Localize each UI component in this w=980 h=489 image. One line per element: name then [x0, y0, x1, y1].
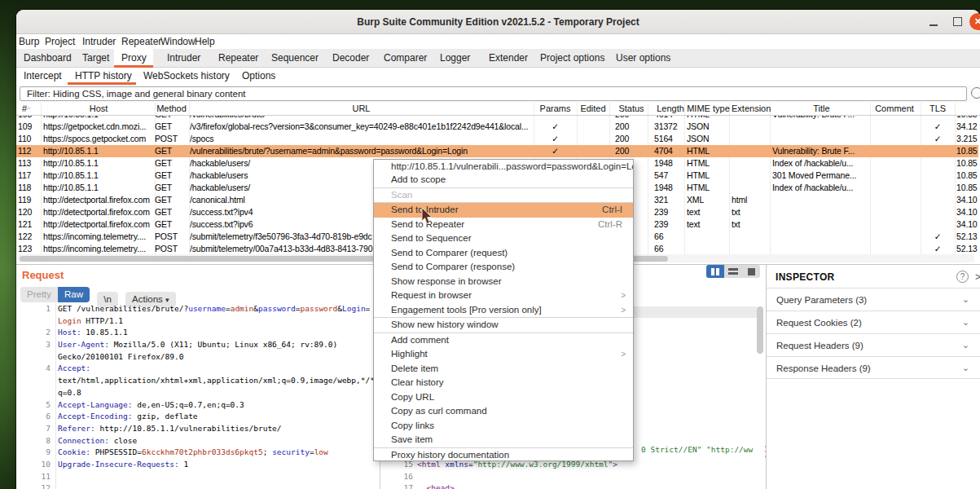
tab-sequencer[interactable]: Sequencer: [271, 49, 319, 68]
cell-host: http://detectportal.firefox.com: [43, 206, 154, 218]
column-header-url[interactable]: URL: [190, 103, 533, 116]
tab-extender[interactable]: Extender: [489, 49, 528, 68]
menu-repeater[interactable]: Repeater: [121, 34, 161, 49]
close-button[interactable]: ✕: [969, 10, 980, 34]
line-number: 5: [16, 399, 51, 412]
column-header-ip[interactable]: [956, 103, 979, 116]
cell-length: 547: [654, 170, 687, 182]
tab-comparer[interactable]: Comparer: [384, 49, 427, 68]
context-menu-item-request-in-browser[interactable]: Request in browser>: [374, 289, 633, 303]
response-scrollbar[interactable]: [757, 306, 763, 354]
history-table-header[interactable]: # ^HostMethodURLParamsEditedStatusLength…: [16, 103, 980, 116]
subtab-websockets-history[interactable]: WebSockets history: [143, 68, 230, 85]
context-menu-item-clear-history[interactable]: Clear history: [374, 376, 633, 390]
inspector-section-request-cookies-2[interactable]: Request Cookies (2)⌄: [767, 311, 980, 333]
cell-method: POST: [155, 243, 188, 253]
response-code-line: <head>: [417, 482, 455, 489]
tab-decoder[interactable]: Decoder: [332, 49, 369, 68]
cell-mime: text: [687, 218, 730, 231]
context-menu-item-copy-url[interactable]: Copy URL: [374, 390, 633, 405]
context-menu-item-highlight[interactable]: Highlight>: [374, 347, 633, 362]
cell-comment: [870, 243, 919, 253]
context-menu-item-delete-item[interactable]: Delete item: [374, 362, 633, 377]
tab-dashboard[interactable]: Dashboard: [24, 49, 72, 68]
code-line: Cookie: PHPSESSID=6kcckhm70t2phbr033ds6p…: [58, 447, 328, 456]
cell-host: https://incoming.telemetry....: [43, 231, 154, 243]
context-menu-item-save-item[interactable]: Save item: [374, 433, 633, 447]
maximize-button[interactable]: [951, 10, 965, 34]
table-row[interactable]: 109https://getpocket.cdn.mozi...GET/v3/f…: [16, 121, 978, 133]
collapse-icon[interactable]: >: [975, 271, 980, 283]
view-columns-button[interactable]: [706, 265, 724, 278]
cell-num: 112: [18, 145, 41, 157]
cell-edited: [577, 121, 609, 133]
tab-raw[interactable]: Raw: [58, 287, 90, 302]
menu-intruder[interactable]: Intruder: [82, 34, 116, 49]
subtab-intercept[interactable]: Intercept: [24, 68, 62, 85]
menu-help[interactable]: Help: [195, 34, 215, 49]
column-header-length[interactable]: Length: [654, 103, 687, 116]
column-header-method[interactable]: Method: [155, 103, 188, 116]
context-menu-item-add-comment[interactable]: Add comment: [374, 333, 633, 348]
view-single-button[interactable]: [742, 265, 760, 278]
tab-repeater[interactable]: Repeater: [218, 49, 258, 68]
context-menu-item-send-to-intruder[interactable]: Send to IntruderCtrl-I: [374, 203, 633, 218]
context-menu-item-add-to-scope[interactable]: Add to scope: [374, 173, 633, 187]
column-header-ext[interactable]: Extension: [732, 103, 769, 116]
column-header-status[interactable]: Status: [615, 103, 648, 116]
tab-logger[interactable]: Logger: [440, 49, 470, 68]
menu-project[interactable]: Project: [45, 34, 75, 49]
context-menu-item-send-to-sequencer[interactable]: Send to Sequencer: [374, 231, 633, 246]
cell-status: 200: [615, 133, 648, 145]
context-menu-item-show-new-history-window[interactable]: Show new history window: [374, 318, 633, 333]
minimize-icon: [929, 24, 938, 26]
context-menu-item-send-to-comparer-request[interactable]: Send to Comparer (request): [374, 246, 633, 261]
tab-target[interactable]: Target: [82, 49, 109, 68]
column-header-tls[interactable]: TLS: [921, 103, 955, 116]
tab-project-options[interactable]: Project options: [540, 49, 604, 68]
cell-tls: [921, 194, 955, 206]
context-menu-item-send-to-comparer-response[interactable]: Send to Comparer (response): [374, 260, 633, 275]
column-header-num[interactable]: # ^: [22, 103, 27, 116]
inspector-section-query-parameters-3[interactable]: Query Parameters (3)⌄: [767, 288, 980, 311]
context-menu-item-scan[interactable]: Scan: [374, 188, 633, 203]
subtab-options[interactable]: Options: [242, 68, 275, 85]
column-header-comment[interactable]: Comment: [870, 103, 919, 116]
context-menu-item-copy-as-curl-command[interactable]: Copy as curl command: [374, 404, 633, 419]
inspector-section-request-headers-9[interactable]: Request Headers (9)⌄: [767, 333, 980, 356]
search-icon[interactable]: [971, 87, 980, 99]
context-menu-item-proxy-history-documentation[interactable]: Proxy history documentation: [374, 448, 633, 463]
cell-length: 4704: [654, 145, 687, 157]
column-header-params[interactable]: Params: [534, 103, 577, 116]
menu-window[interactable]: Window: [160, 34, 196, 49]
cell-method: GET: [155, 170, 188, 182]
help-icon[interactable]: ?: [956, 271, 969, 283]
column-header-edited[interactable]: Edited: [577, 103, 609, 116]
tab-pretty[interactable]: Pretty: [20, 287, 58, 302]
cell-tls: ✓: [921, 243, 955, 253]
context-menu-item-send-to-repeater[interactable]: Send to RepeaterCtrl-R: [374, 218, 633, 232]
context-menu-item-show-response-in-browser[interactable]: Show response in browser: [374, 275, 633, 289]
context-menu-item-engagement-tools-pro-version-only[interactable]: Engagement tools [Pro version only]>: [374, 303, 633, 318]
request-editor[interactable]: 1GET /vulnerabilities/brute/?username=ad…: [16, 303, 377, 489]
tab-intruder[interactable]: Intruder: [167, 49, 200, 68]
minimize-button[interactable]: [927, 10, 940, 34]
column-header-mime[interactable]: MIME type: [687, 103, 730, 116]
subtab-http-history[interactable]: HTTP history: [75, 68, 132, 85]
inspector-section-response-headers-9[interactable]: Response Headers (9)⌄: [767, 356, 980, 379]
column-header-host[interactable]: Host: [43, 103, 154, 116]
cell-num: 110: [18, 133, 41, 145]
view-stacked-button[interactable]: [724, 265, 742, 278]
menu-burp[interactable]: Burp: [19, 34, 39, 49]
cell-host: https://spocs.getpocket.com: [43, 133, 154, 145]
tab-proxy[interactable]: Proxy: [121, 49, 147, 68]
context-menu-item-copy-links[interactable]: Copy links: [374, 419, 633, 434]
tab-user-options[interactable]: User options: [616, 49, 670, 68]
cell-method: GET: [155, 218, 188, 231]
table-row[interactable]: 110https://spocs.getpocket.comPOST/spocs…: [16, 133, 978, 145]
filter-bar[interactable]: Filter: Hiding CSS, image and general bi…: [20, 86, 967, 101]
column-header-title[interactable]: Title: [772, 103, 871, 116]
cell-length: 5164: [654, 133, 687, 145]
table-row[interactable]: 112http://10.85.1.1GET/vulnerabilities/b…: [16, 145, 978, 157]
cell-mime: HTML: [687, 157, 730, 170]
